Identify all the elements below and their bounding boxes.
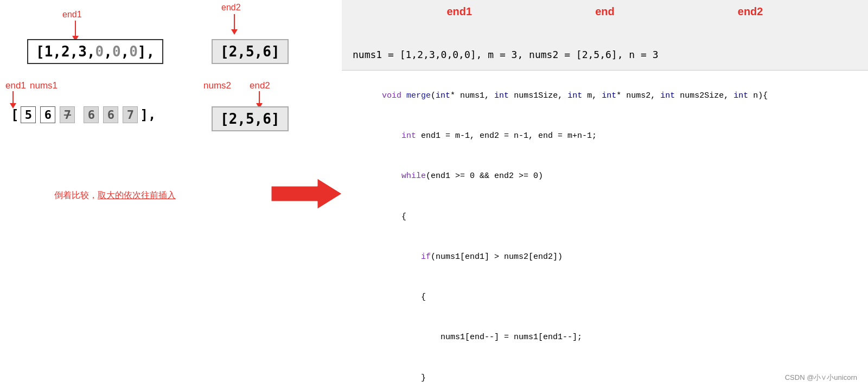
code-line-3: while(end1 >= 0 && end2 >= 0) (353, 157, 868, 197)
header-end2-label: end2 (738, 5, 763, 18)
end2-arrow-top (231, 14, 238, 35)
cell-7b: 7 (123, 106, 138, 123)
nums2-label: nums2 (203, 80, 231, 91)
code-body: void merge(int* nums1, int nums1Size, in… (342, 71, 868, 388)
header-end1-label: end1 (447, 5, 473, 18)
right-panel: end1 end end2 nums1 = [1,2,3,0,0,0], m =… (342, 0, 868, 388)
array1-bottom: [ 5 6 7 6 6 7 ], (11, 106, 156, 123)
array2-bottom: [2,5,6] (212, 106, 289, 131)
code-line-1: void merge(int* nums1, int nums1Size, in… (353, 76, 868, 116)
cell-6b: 6 (84, 106, 99, 123)
end1-label-top: end1 (62, 10, 82, 20)
header-code-text: nums1 = [1,2,3,0,0,0], m = 3, nums2 = [2… (353, 49, 857, 60)
array2-top: [2,5,6] (212, 39, 289, 64)
header-labels: end1 end end2 (342, 5, 868, 18)
array1-top: [1,2,3,0,0,0], (27, 39, 163, 64)
code-header: end1 end end2 nums1 = [1,2,3,0,0,0], m =… (342, 0, 868, 71)
cell-7-strike: 7 (60, 106, 75, 123)
big-arrow-right (271, 176, 342, 212)
code-line-6: { (353, 277, 868, 317)
end1-label-2: end1 (5, 80, 26, 91)
description-text: 倒着比较，取大的依次往前插入 (54, 190, 176, 201)
nums1-label: nums1 (30, 80, 58, 91)
cell-6c: 6 (103, 106, 118, 123)
end1-arrow-top (72, 21, 79, 41)
header-end-label: end (595, 5, 615, 18)
code-line-7: nums1[end--] = nums1[end1--]; (353, 318, 868, 358)
cell-6: 6 (40, 106, 55, 123)
end2-label-2: end2 (250, 80, 270, 91)
code-line-2: int end1 = m-1, end2 = n-1, end = m+n-1; (353, 116, 868, 156)
svg-marker-0 (271, 179, 342, 209)
left-panel: end1 end2 [1,2,3,0,0,0], [2,5,6] nums1 e… (0, 0, 342, 388)
watermark: CSDN @小∨小unicorn (785, 373, 857, 383)
code-line-4: { (353, 197, 868, 237)
end2-label-top: end2 (221, 3, 241, 12)
cell-5: 5 (21, 106, 36, 123)
code-line-5: if(nums1[end1] > nums2[end2]) (353, 237, 868, 277)
